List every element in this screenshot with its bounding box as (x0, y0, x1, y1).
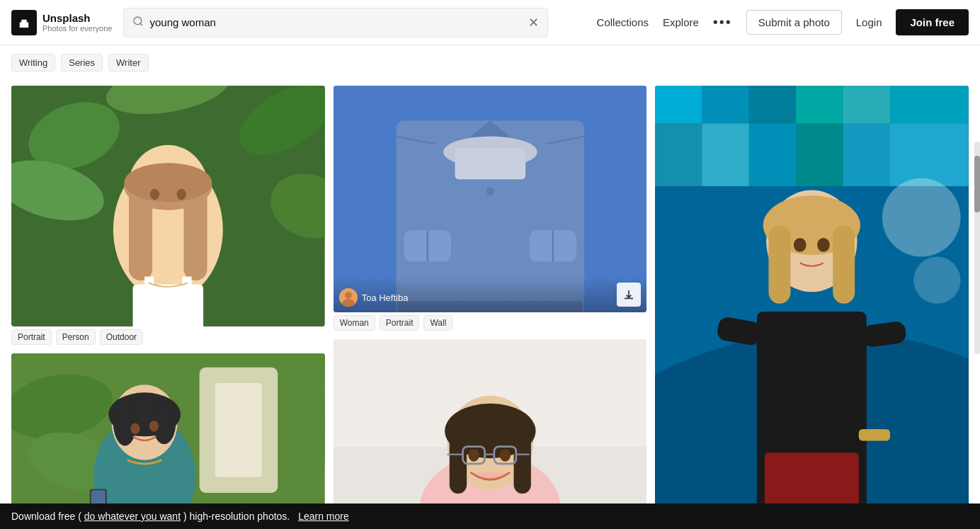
tag-woman-2[interactable]: Woman (334, 315, 375, 331)
svg-rect-20 (215, 383, 262, 477)
bottom-text-before: Download free ( (11, 511, 81, 522)
svg-rect-79 (890, 123, 969, 186)
tag-outdoor-1[interactable]: Outdoor (100, 329, 143, 345)
photo-2-tags: Woman Portrait Wall (334, 315, 647, 331)
svg-rect-69 (702, 86, 749, 123)
svg-rect-75 (702, 123, 749, 186)
join-free-button[interactable]: Join free (896, 9, 969, 35)
svg-point-81 (914, 256, 961, 303)
svg-rect-89 (833, 225, 855, 304)
main-content: Writing Series Writer (0, 45, 980, 529)
photo-3-card[interactable] (655, 86, 969, 529)
do-whatever-link[interactable]: do whatever you want (84, 511, 181, 522)
svg-rect-73 (890, 86, 969, 123)
photographer-name: Toa Heftiba (362, 292, 409, 303)
header: Unsplash Photos for everyone ✕ Collectio… (0, 0, 980, 45)
svg-rect-39 (455, 148, 525, 179)
tag-portrait-2[interactable]: Portrait (380, 315, 420, 331)
svg-rect-77 (797, 123, 843, 186)
photo-card-5-wrapper[interactable] (334, 339, 647, 529)
photographer-info: Toa Heftiba (339, 288, 409, 307)
photo-1-card[interactable] (11, 86, 325, 326)
svg-rect-71 (797, 86, 843, 123)
svg-point-26 (113, 399, 137, 445)
photo-col-1: Portrait Person Outdoor (11, 86, 325, 529)
logo-subtitle: Photos for everyone (42, 24, 112, 33)
logo-area[interactable]: Unsplash Photos for everyone (11, 10, 112, 35)
svg-point-16 (150, 189, 159, 200)
svg-rect-10 (129, 186, 152, 280)
tag-person-1[interactable]: Person (56, 329, 96, 345)
bottom-bar: Download free ( do whatever you want ) h… (0, 504, 980, 529)
tag-chip-series[interactable]: Series (61, 54, 103, 72)
svg-rect-78 (843, 123, 890, 186)
photo-card-2-wrapper[interactable]: Toa Heftiba Woman Portrait Wal (334, 86, 647, 331)
svg-point-48 (345, 292, 352, 299)
tag-chip-writing[interactable]: Writing (11, 54, 55, 72)
tag-wall-2[interactable]: Wall (423, 315, 452, 331)
nav-links: Collections Explore ••• Submit a photo L… (597, 9, 969, 35)
svg-rect-72 (843, 86, 890, 123)
svg-point-17 (177, 189, 186, 200)
learn-more-link[interactable]: Learn more (298, 511, 349, 522)
svg-point-12 (124, 163, 212, 202)
svg-rect-88 (769, 225, 791, 304)
photo-col-3 (655, 86, 969, 529)
svg-point-90 (794, 238, 807, 252)
svg-point-29 (149, 421, 159, 431)
tag-chip-writer[interactable]: Writer (108, 54, 148, 72)
logo-icon (11, 10, 37, 35)
search-bar[interactable]: ✕ (123, 8, 548, 38)
scrollbar[interactable] (974, 142, 980, 354)
photo-grid: Portrait Person Outdoor (0, 80, 980, 529)
photo-1-tags: Portrait Person Outdoor (11, 329, 325, 345)
search-input[interactable] (149, 16, 523, 28)
photo-5-card[interactable] (334, 339, 647, 529)
photo-card-3-wrapper[interactable] (655, 86, 969, 529)
svg-rect-85 (859, 429, 890, 441)
photo-2-overlay: Toa Heftiba (334, 277, 647, 312)
svg-rect-76 (749, 123, 796, 186)
svg-rect-68 (655, 86, 702, 123)
scrollbar-thumb[interactable] (974, 156, 980, 212)
svg-point-0 (134, 17, 142, 25)
submit-photo-button[interactable]: Submit a photo (746, 10, 842, 35)
svg-point-36 (486, 187, 494, 195)
logo-title: Unsplash (42, 12, 112, 24)
photo-4-card[interactable] (11, 353, 325, 529)
svg-point-80 (882, 178, 961, 257)
photo-col-2: Toa Heftiba Woman Portrait Wal (334, 86, 647, 529)
explore-link[interactable]: Explore (663, 16, 699, 28)
photo-2-card[interactable]: Toa Heftiba (334, 86, 647, 312)
login-link[interactable]: Login (856, 16, 882, 28)
tag-row: Writing Series Writer (0, 45, 980, 80)
search-icon (132, 16, 144, 30)
more-options-icon[interactable]: ••• (713, 14, 732, 30)
svg-rect-74 (655, 123, 702, 186)
bottom-text-after: ) high-resolution photos. (183, 511, 290, 522)
photographer-avatar (339, 288, 358, 307)
download-button[interactable] (617, 283, 641, 307)
photo-card-4-wrapper[interactable] (11, 353, 325, 529)
collections-link[interactable]: Collections (597, 16, 649, 28)
svg-rect-11 (183, 186, 207, 280)
photo-card-1[interactable]: Portrait Person Outdoor (11, 86, 325, 345)
svg-point-63 (499, 449, 510, 462)
svg-rect-70 (749, 86, 796, 123)
tag-portrait-1[interactable]: Portrait (11, 329, 52, 345)
svg-point-28 (130, 423, 139, 433)
svg-rect-13 (133, 285, 204, 326)
clear-search-icon[interactable]: ✕ (528, 15, 539, 30)
svg-point-62 (468, 449, 479, 462)
svg-rect-56 (513, 431, 530, 494)
logo-text: Unsplash Photos for everyone (42, 12, 112, 33)
svg-point-91 (817, 238, 830, 252)
